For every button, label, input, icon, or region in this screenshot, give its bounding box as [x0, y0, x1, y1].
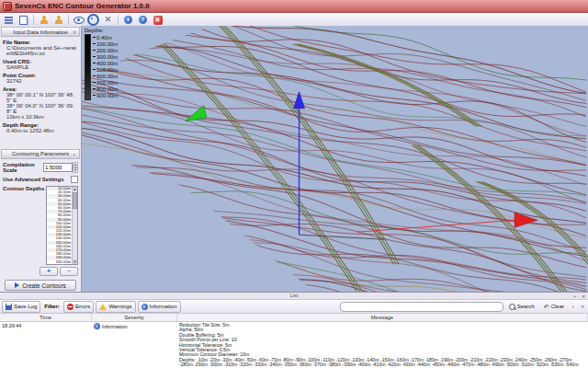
legend-tick: 400.00m — [93, 60, 118, 66]
advanced-settings-checkbox[interactable] — [71, 176, 78, 183]
app-icon — [3, 2, 12, 11]
scroll-down-icon[interactable]: ▼ — [73, 259, 77, 264]
user-button[interactable] — [38, 14, 50, 26]
info-button[interactable]: i — [122, 14, 134, 26]
tick-mark — [93, 75, 96, 76]
info-icon: i — [124, 16, 132, 24]
copy-pages-icon — [19, 16, 28, 25]
info-field: Area: 38° 00' 00.1" N 100° 36' 48.5" E 3… — [3, 86, 78, 120]
play-icon — [15, 282, 19, 288]
depth-legend: Depths: 0.40m 100.00m — [85, 28, 118, 100]
wheel-icon — [87, 14, 99, 26]
close-icon[interactable]: ✕ — [71, 29, 78, 36]
create-contours-button[interactable]: Create Contours — [5, 280, 76, 291]
field-value: 0.40m to 1252.48m — [3, 128, 78, 133]
navigate-button[interactable] — [87, 14, 99, 26]
contour-depths-listbox[interactable]: 10.00m 20.00m 30.00m 40.00m 50.00m 60.00… — [46, 186, 78, 265]
close-icon[interactable]: ✕ — [579, 303, 586, 310]
log-panel: List ▪ ✕ Save Log Filter: Errors Warning… — [0, 292, 588, 368]
log-severity: i Information — [92, 322, 177, 330]
close-icon[interactable]: ✕ — [580, 293, 587, 300]
column-severity[interactable]: Severity — [92, 314, 177, 321]
column-time[interactable]: Time — [0, 314, 92, 321]
log-row[interactable]: 18:29:44 i Information Reduction Tile Si… — [0, 322, 588, 368]
pin-icon[interactable]: ▪ — [570, 303, 577, 310]
tick-label: 700.00m — [96, 80, 118, 86]
scale-spinner[interactable]: ▲▼ — [73, 162, 78, 173]
legend-tick: 600.00m — [93, 73, 118, 79]
filter-warnings-button[interactable]: Warnings — [96, 301, 135, 313]
save-icon — [6, 304, 12, 310]
help-button[interactable]: ? — [137, 14, 149, 26]
tick-mark — [93, 50, 96, 51]
app-window: SevenCs ENC Contour Generator 1.0.0 ✕ i … — [0, 0, 588, 368]
legend-tick: 200.00m — [93, 47, 118, 53]
tick-label: 600.00m — [96, 74, 118, 79]
legend-tick: 500.00m — [93, 66, 118, 73]
contour-panel-body: Compilation Scale ▲▼ Use Advanced Settin… — [0, 160, 81, 293]
tick-mark — [93, 88, 96, 89]
filter-errors-button[interactable]: Errors — [63, 301, 94, 313]
title-bar[interactable]: SevenCs ENC Contour Generator 1.0.0 — [0, 0, 588, 13]
pin-icon[interactable]: ▪ — [62, 29, 70, 36]
information-icon: i — [94, 323, 100, 329]
view-button[interactable] — [73, 14, 85, 26]
log-message: Reduction Tile Size: 5m Alpha: 50m Doubl… — [177, 322, 588, 368]
legend-tick: 700.00m — [93, 79, 118, 86]
info-field: Point Count: 32742 — [3, 73, 78, 84]
log-rows: 18:29:44 i Information Reduction Tile Si… — [0, 322, 588, 368]
tick-label: 500.00m — [96, 67, 118, 73]
clear-icon: ↶ — [544, 304, 549, 310]
add-depth-button[interactable]: + — [40, 267, 58, 276]
remove-depth-button[interactable]: − — [60, 267, 78, 276]
scroll-up-icon[interactable]: ▲ — [73, 187, 77, 191]
copy-button[interactable] — [17, 14, 29, 26]
search-button[interactable]: Search — [505, 301, 538, 313]
filter-label: Filter: — [44, 304, 60, 309]
data-list-button[interactable] — [3, 14, 15, 26]
user-icon — [40, 16, 48, 24]
log-table: Time Severity Message 18:29:44 i Informa… — [0, 314, 588, 368]
tools-button[interactable]: ✕ — [102, 14, 114, 26]
field-value: 38° 00' 00.1" N 100° 36' 48.5" E 38° 06'… — [3, 92, 78, 120]
save-log-button[interactable]: Save Log — [2, 301, 40, 313]
scroll-thumb[interactable] — [73, 192, 77, 209]
legend-tick: 100.00m — [93, 40, 118, 47]
contour-panel-header[interactable]: Contouring Parameters ▪ — [1, 149, 80, 159]
log-search-input[interactable] — [340, 302, 503, 312]
tick-label: 100.00m — [96, 41, 118, 47]
tick-mark — [93, 95, 96, 96]
tick-label: 200.00m — [96, 48, 118, 53]
error-icon — [67, 304, 74, 310]
exit-button[interactable]: ✕ — [152, 14, 164, 26]
user-alt-icon — [54, 16, 62, 24]
contour-depths-label: Contour Depths — [3, 186, 44, 191]
contour-3d-viewport[interactable]: Depths: 0.40m 100.00m — [82, 26, 588, 293]
tick-label: 400.00m — [96, 61, 118, 66]
input-panel-body: File Name: C:\Documents and Se~nerate\ME… — [0, 38, 81, 138]
search-icon — [509, 304, 515, 310]
compilation-scale-label: Compilation Scale — [3, 162, 43, 173]
user-alt-button[interactable] — [52, 14, 64, 26]
clear-button[interactable]: ↶ Clear — [540, 301, 568, 313]
pin-icon[interactable]: ▪ — [571, 293, 579, 300]
input-panel-header[interactable]: Input Data Information ▪ ✕ — [1, 27, 80, 37]
info-field: Used CRS: SAMPLE — [3, 59, 78, 70]
legend-tick: 300.00m — [93, 53, 118, 60]
input-panel-title: Input Data Information — [13, 29, 67, 35]
tick-label: 300.00m — [96, 54, 118, 60]
log-panel-titlebar[interactable]: List ▪ ✕ — [0, 293, 588, 300]
log-table-header: Time Severity Message — [0, 314, 588, 322]
terrain-render[interactable] — [82, 26, 588, 293]
tick-mark — [93, 37, 96, 38]
log-toolbar: Save Log Filter: Errors Warnings i Infor… — [0, 300, 588, 314]
filter-information-button[interactable]: i Information — [138, 301, 181, 313]
tick-label: 900.00m — [96, 93, 118, 98]
pin-icon[interactable]: ▪ — [71, 151, 78, 158]
information-icon: i — [141, 304, 148, 310]
depth-list-scrollbar[interactable]: ▲ ▼ — [72, 187, 77, 264]
column-message[interactable]: Message — [177, 314, 588, 321]
compilation-scale-input[interactable] — [43, 163, 73, 172]
info-field: Depth Range: 0.40m to 1252.48m — [3, 122, 78, 133]
legend-tick: 900.00m — [93, 92, 118, 98]
